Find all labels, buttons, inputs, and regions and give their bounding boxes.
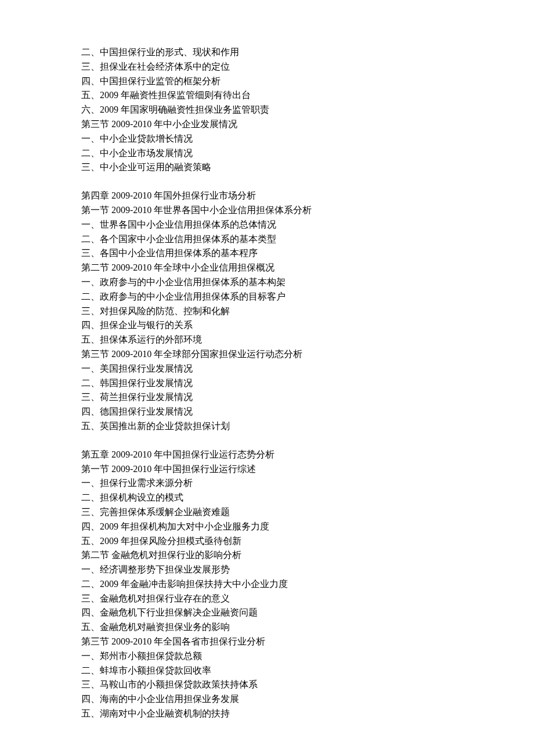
outline-item: 第一节 2009-2010 年中国担保行业运行综述 [81,462,534,477]
outline-item: 三、完善担保体系缓解企业融资难题 [81,505,534,520]
outline-item: 二、2009 年金融冲击影响担保扶持大中小企业力度 [81,577,534,592]
outline-item: 二、中小企业市场发展情况 [81,146,534,161]
outline-item: 五、担保体系运行的外部环境 [81,333,534,347]
outline-item: 三、马鞍山市的小额担保贷款政策扶持体系 [81,678,534,692]
outline-item: 四、海南的中小企业信用担保业务发展 [81,692,534,707]
outline-item: 五、英国推出新的企业贷款担保计划 [81,419,534,434]
outline-item: 一、世界各国中小企业信用担保体系的总体情况 [81,218,534,232]
outline-item: 一、政府参与的中小企业信用担保体系的基本构架 [81,275,534,290]
outline-item: 四、中国担保行业监管的框架分析 [81,74,534,89]
outline-item: 第三节 2009-2010 年全国各省市担保行业分析 [81,635,534,649]
outline-item: 一、经济调整形势下担保业发展形势 [81,563,534,577]
outline-item: 第三节 2009-2010 年全球部分国家担保业运行动态分析 [81,347,534,362]
outline-item: 第三节 2009-2010 年中小企业发展情况 [81,117,534,132]
outline-item: 二、政府参与的中小企业信用担保体系的目标客户 [81,290,534,304]
outline-item: 三、对担保风险的防范、控制和化解 [81,304,534,319]
outline-item: 二、蚌埠市小额担保贷款回收率 [81,664,534,678]
outline-item: 四、金融危机下行业担保解决企业融资问题 [81,606,534,620]
outline-item: 五、湖南对中小企业融资机制的扶持 [81,707,534,721]
outline-item: 一、郑州市小额担保贷款总额 [81,649,534,664]
outline-item: 第四章 2009-2010 年国外担保行业市场分析 [81,189,534,203]
blank-line [81,434,534,448]
outline-item: 四、德国担保行业发展情况 [81,405,534,419]
outline-item: 第二节 2009-2010 年全球中小企业信用担保概况 [81,261,534,275]
outline-item: 二、韩国担保行业发展情况 [81,376,534,391]
outline-item: 一、美国担保行业发展情况 [81,362,534,376]
outline-item: 二、中国担保行业的形式、现状和作用 [81,45,534,60]
outline-item: 五、金融危机对融资担保业务的影响 [81,620,534,635]
outline-item: 三、荷兰担保行业发展情况 [81,390,534,405]
outline-item: 六、2009 年国家明确融资性担保业务监管职责 [81,103,534,117]
outline-item: 三、担保业在社会经济体系中的定位 [81,60,534,74]
document-page: 二、中国担保行业的形式、现状和作用三、担保业在社会经济体系中的定位四、中国担保行… [0,0,534,756]
outline-item: 二、各个国家中小企业信用担保体系的基本类型 [81,232,534,247]
outline-item: 三、各国中小企业信用担保体系的基本程序 [81,246,534,261]
outline-item: 五、2009 年融资性担保监管细则有待出台 [81,88,534,103]
outline-item: 四、2009 年担保机构加大对中小企业服务力度 [81,520,534,534]
outline-item: 四、担保企业与银行的关系 [81,318,534,333]
outline-item: 一、中小企业贷款增长情况 [81,132,534,146]
outline-item: 第一节 2009-2010 年世界各国中小企业信用担保体系分析 [81,203,534,218]
outline-item: 三、金融危机对担保行业存在的意义 [81,592,534,606]
outline-item: 五、2009 年担保风险分担模式亟待创新 [81,534,534,549]
outline-item: 第五章 2009-2010 年中国担保行业运行态势分析 [81,448,534,462]
outline-item: 一、担保行业需求来源分析 [81,476,534,491]
outline-item: 三、中小企业可运用的融资策略 [81,160,534,175]
outline-item: 第二节 金融危机对担保行业的影响分析 [81,548,534,563]
outline-item: 二、担保机构设立的模式 [81,491,534,505]
blank-line [81,175,534,189]
